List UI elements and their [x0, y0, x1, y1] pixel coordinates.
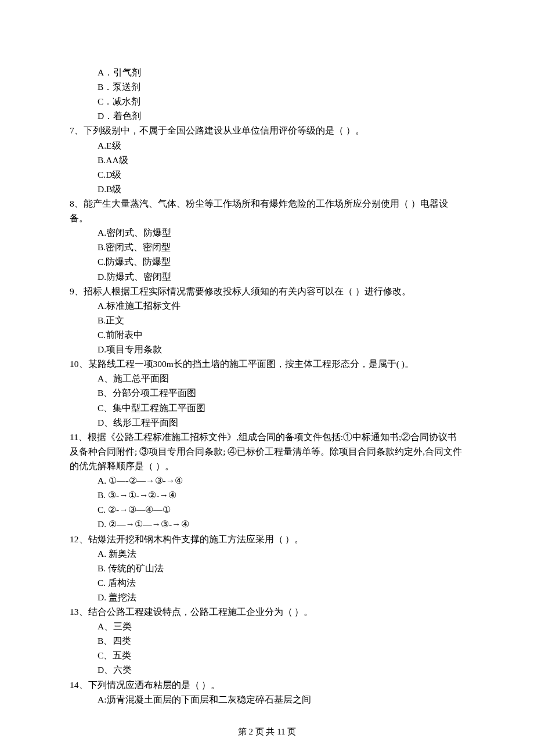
option-text: D．着色剂 — [70, 109, 464, 123]
question-8: 8、能产生大量蒸汽、气体、粉尘等工作场所和有爆炸危险的工作场所应分别使用（ ）电… — [70, 196, 464, 284]
question-stem: 14、下列情况应洒布粘层的是（ ）。 — [70, 678, 464, 692]
question-13: 13、结合公路工程建设特点，公路工程施工企业分为（ ）。 A、三类 B、四类 C… — [70, 604, 464, 678]
option-text: B、分部分项工程平面图 — [70, 386, 464, 400]
option-text: B.正文 — [70, 313, 464, 327]
option-text: C、集中型工程施工平面图 — [70, 401, 464, 415]
option-text: A.密闭式、防爆型 — [70, 225, 464, 240]
option-text: D.项目专用条款 — [70, 342, 464, 357]
option-text: D、线形工程平面图 — [70, 415, 464, 430]
option-text: A.E级 — [70, 138, 464, 153]
question-stem: 12、钻爆法开挖和钢木构件支撑的施工方法应采用（ ）。 — [70, 532, 464, 546]
option-text: B．泵送剂 — [70, 80, 464, 94]
question-9: 9、招标人根据工程实际情况需要修改投标人须知的有关内容可以在（ ）进行修改。 A… — [70, 284, 464, 357]
option-text: A．引气剂 — [70, 65, 464, 80]
option-text: C.防爆式、防爆型 — [70, 254, 464, 269]
option-text: D. ②—→①—→③-→④ — [70, 517, 464, 531]
pre-options-block: A．引气剂 B．泵送剂 C．减水剂 D．着色剂 — [70, 65, 464, 123]
option-text: C.D级 — [70, 167, 464, 182]
question-7: 7、下列级别中，不属于全国公路建设从业单位信用评价等级的是（ ）。 A.E级 B… — [70, 123, 464, 196]
option-text: D. 盖挖法 — [70, 590, 464, 604]
question-stem: 9、招标人根据工程实际情况需要修改投标人须知的有关内容可以在（ ）进行修改。 — [70, 284, 464, 298]
option-text: B. ③-→①-→②-→④ — [70, 488, 464, 502]
page-footer: 第 2 页 共 11 页 — [0, 725, 534, 739]
option-text: D、六类 — [70, 663, 464, 677]
option-text: A.标准施工招标文件 — [70, 298, 464, 313]
option-text: B.AA级 — [70, 153, 464, 167]
option-text: C. ②-→③—④—① — [70, 502, 464, 517]
option-text: A:沥青混凝土面层的下面层和二灰稳定碎石基层之间 — [70, 692, 464, 707]
option-text: B. 传统的矿山法 — [70, 561, 464, 575]
question-stem: 13、结合公路工程建设特点，公路工程施工企业分为（ ）。 — [70, 604, 464, 619]
question-10: 10、某路线工程一项300m长的挡土墙的施工平面图，按主体工程形态分，是属于( … — [70, 357, 464, 430]
question-stem: 10、某路线工程一项300m长的挡土墙的施工平面图，按主体工程形态分，是属于( … — [70, 357, 464, 371]
option-text: A. ①—-②—→③-→④ — [70, 473, 464, 488]
option-text: A、三类 — [70, 619, 464, 633]
question-stem: 7、下列级别中，不属于全国公路建设从业单位信用评价等级的是（ ）。 — [70, 123, 464, 138]
option-text: C．减水剂 — [70, 94, 464, 109]
option-text: B、四类 — [70, 633, 464, 648]
document-page: A．引气剂 B．泵送剂 C．减水剂 D．着色剂 7、下列级别中，不属于全国公路建… — [0, 0, 534, 756]
question-12: 12、钻爆法开挖和钢木构件支撑的施工方法应采用（ ）。 A. 新奥法 B. 传统… — [70, 532, 464, 605]
question-11: 11、根据《公路工程标准施工招标文件》,组成合同的备项文件包括:①中标通知书;②… — [70, 430, 464, 532]
option-text: B.密闭式、密闭型 — [70, 240, 464, 254]
option-text: C. 盾构法 — [70, 575, 464, 590]
question-14: 14、下列情况应洒布粘层的是（ ）。 A:沥青混凝土面层的下面层和二灰稳定碎石基… — [70, 678, 464, 707]
option-text: C、五类 — [70, 648, 464, 663]
question-stem: 8、能产生大量蒸汽、气体、粉尘等工作场所和有爆炸危险的工作场所应分别使用（ ）电… — [70, 196, 464, 225]
option-text: A. 新奥法 — [70, 546, 464, 561]
question-stem: 11、根据《公路工程标准施工招标文件》,组成合同的备项文件包括:①中标通知书;②… — [70, 430, 464, 473]
option-text: D.B级 — [70, 182, 464, 196]
option-text: D.防爆式、密闭型 — [70, 269, 464, 284]
option-text: C.前附表中 — [70, 327, 464, 342]
option-text: A、施工总平面图 — [70, 371, 464, 386]
